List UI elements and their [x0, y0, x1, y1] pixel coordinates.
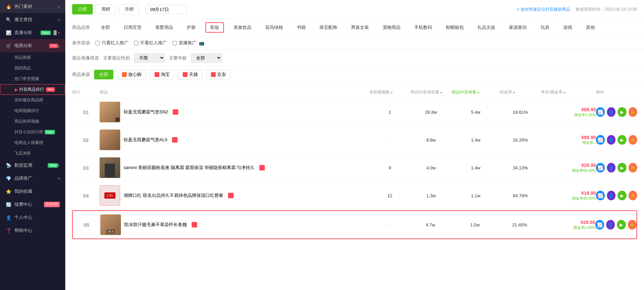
cat-daily[interactable]: 日用百货: [120, 23, 146, 32]
play-button[interactable]: ▶: [618, 191, 626, 200]
product-image[interactable]: [100, 102, 120, 122]
th-conversion: 转化率: [500, 89, 541, 95]
user-button[interactable]: 👤: [607, 135, 616, 145]
cat-jewelry[interactable]: 珠宝配饰: [315, 23, 341, 32]
sidebar-item-data-monitor[interactable]: 📡 数据监测 New: [0, 159, 65, 172]
chart-button[interactable]: 📈: [596, 135, 605, 145]
conversion-rate: 16.26%: [500, 137, 541, 143]
product-image[interactable]: [100, 130, 120, 150]
user-button[interactable]: 👤: [607, 163, 616, 172]
gender-select[interactable]: 不限男女: [134, 53, 165, 63]
user-button[interactable]: 👤: [606, 220, 615, 230]
cat-gifts[interactable]: 礼品文娱: [473, 23, 499, 32]
chart-button[interactable]: 📈: [596, 163, 605, 172]
cat-baby[interactable]: 母婴用品: [151, 23, 177, 32]
cat-food[interactable]: 美食饮品: [229, 23, 256, 32]
lock-button[interactable]: 🔒: [628, 220, 637, 230]
cat-plants[interactable]: 花鸟绿植: [261, 23, 287, 32]
cat-games[interactable]: 游戏: [559, 23, 576, 32]
filter-kol-only[interactable]: 只看红人推广: [95, 40, 128, 46]
weekly-tab[interactable]: 周榜: [95, 4, 116, 14]
platform-tag: [173, 109, 178, 115]
chart-button[interactable]: 📈: [596, 191, 605, 200]
play-button[interactable]: ▶: [618, 135, 626, 145]
date-selector[interactable]: 09月17日: [146, 5, 187, 14]
sidebar-item-ecom-video[interactable]: 电商视频排行: [0, 105, 65, 116]
chart-button[interactable]: 📈: [595, 220, 604, 230]
lock-button[interactable]: 🔒: [629, 191, 637, 200]
price-commission: 佣金率1.00%: [541, 112, 596, 118]
cat-makeup[interactable]: 彩妆: [205, 22, 224, 33]
product-name[interactable]: sammi 美丽容颜粉底液 隔离霜 遮瑕保湿 华丽隐形精离霜 匀净持久: [124, 165, 255, 171]
sidebar-item-ecom-analysis[interactable]: 🛒 电商分析 Hot: [0, 39, 65, 52]
play-button[interactable]: ▶: [618, 107, 626, 117]
user-button[interactable]: 👤: [607, 107, 616, 117]
product-name[interactable]: 防水防汗睫毛膏不晕染纤长卷翘: [124, 222, 187, 228]
sidebar-item-hot-video[interactable]: 热门带货视频: [0, 74, 65, 84]
cat-bags[interactable]: 鞋帽箱包: [442, 23, 468, 32]
filter-live[interactable]: 直播推广 📺: [172, 40, 204, 46]
sidebar-item-feigua[interactable]: 飞瓜淘客: [0, 148, 65, 159]
cat-books[interactable]: 书籍: [293, 23, 310, 32]
sidebar-item-live-analysis[interactable]: 📊 直播分析 New ▐▌: [0, 26, 65, 39]
product-image[interactable]: 口红: [100, 185, 120, 206]
new-badge: New: [45, 130, 55, 134]
product-cell: 轻盈无瑕蘑菇气垫SN2: [100, 102, 369, 122]
source-all-btn[interactable]: 全部: [94, 70, 113, 79]
product-image[interactable]: [100, 157, 120, 178]
source-tmall-btn[interactable]: 天猫: [178, 70, 202, 79]
product-image[interactable]: 39.9: [100, 214, 121, 235]
cart-icon: 🛒: [5, 43, 12, 49]
sidebar-item-renewal[interactable]: 🔄 续费中心 年付6折: [0, 198, 65, 211]
daily-tab[interactable]: 日榜: [72, 4, 93, 14]
filter-no-kol-checkbox[interactable]: [134, 41, 138, 45]
play-button[interactable]: ▶: [618, 163, 626, 172]
filter-live-checkbox[interactable]: [172, 41, 177, 45]
sidebar-item-anchor-search[interactable]: 🔍 播主查找: [0, 13, 65, 26]
monthly-tab[interactable]: 月榜: [119, 4, 139, 14]
lock-button[interactable]: 🔒: [629, 163, 637, 172]
product-name[interactable]: 轻盈无瑕蘑菇气垫AL5: [124, 137, 167, 143]
sidebar-item-my-collection[interactable]: ⭐ 我的收藏: [0, 185, 65, 198]
lock-button[interactable]: 🔒: [629, 135, 637, 145]
sidebar-item-tiktok-ranking[interactable]: ▶ 抖音商品排行 Hot: [0, 84, 65, 95]
sidebar-item-live-hot[interactable]: 实时爆款商品榜: [0, 95, 65, 105]
cat-electronics[interactable]: 手机数码: [410, 23, 436, 32]
th-actions: 操作: [596, 89, 637, 95]
cat-skincare[interactable]: 护肤: [183, 23, 200, 32]
product-name[interactable]: 潮牌口红 联名出品持久不易掉色品牌保湿口红唇膏: [124, 192, 223, 199]
sidebar-item-my-product[interactable]: 我的商品: [0, 63, 65, 74]
sidebar-item-personal[interactable]: 👤 个人中心: [0, 211, 65, 224]
cat-toys[interactable]: 玩具: [536, 23, 554, 32]
source-anxin-btn[interactable]: 放心购: [117, 70, 146, 79]
sidebar-item-tiktok-shop[interactable]: 抖音小店排行榜 New: [0, 127, 65, 137]
cat-pets[interactable]: 宠物用品: [379, 23, 405, 32]
platform-tag: [172, 137, 178, 143]
sidebar-item-help[interactable]: ❓ 帮助中心: [0, 224, 65, 237]
sidebar-item-ecom-kol[interactable]: 电商达人销量榜: [0, 137, 65, 148]
filter-no-kol[interactable]: 不看红人推广: [134, 40, 167, 46]
product-name[interactable]: 轻盈无瑕蘑菇气垫SN2: [124, 109, 168, 115]
play-button[interactable]: ▶: [617, 220, 626, 230]
cat-clothing[interactable]: 男装女装: [347, 23, 373, 32]
chart-button[interactable]: 📈: [596, 107, 605, 117]
rank-number: 05: [73, 222, 100, 228]
action-cell: 📈 👤 ▶ 🔒: [596, 163, 637, 172]
cat-home[interactable]: 家居家坊: [505, 23, 531, 32]
jd-dot: [211, 72, 216, 77]
source-taobao-btn[interactable]: 淘宝: [150, 70, 174, 79]
filter-kol-checkbox[interactable]: [95, 41, 100, 45]
related-videos: 12: [369, 193, 410, 198]
user-button[interactable]: 👤: [607, 191, 616, 200]
help-link[interactable]: ⊙ 如何快速定位抖音爆款商品: [516, 7, 570, 12]
lock-button[interactable]: 🔒: [629, 107, 637, 117]
filter-no-kol-label: 不看红人推广: [140, 40, 167, 46]
age-select[interactable]: 全部18以下18-2425-3031-4040以上: [191, 53, 222, 63]
sidebar-item-product-search[interactable]: 商品搜索: [0, 52, 65, 63]
source-jd-btn[interactable]: 京东: [206, 70, 230, 79]
sidebar-item-product-review[interactable]: 商品热评视频: [0, 116, 65, 127]
cat-other[interactable]: 其他: [582, 23, 599, 32]
sidebar-item-brand-promo[interactable]: 💎 品牌推广: [0, 172, 65, 185]
cat-all[interactable]: 全部: [97, 23, 114, 32]
sidebar-item-hot-material[interactable]: 🔥 热门素材: [0, 0, 65, 13]
